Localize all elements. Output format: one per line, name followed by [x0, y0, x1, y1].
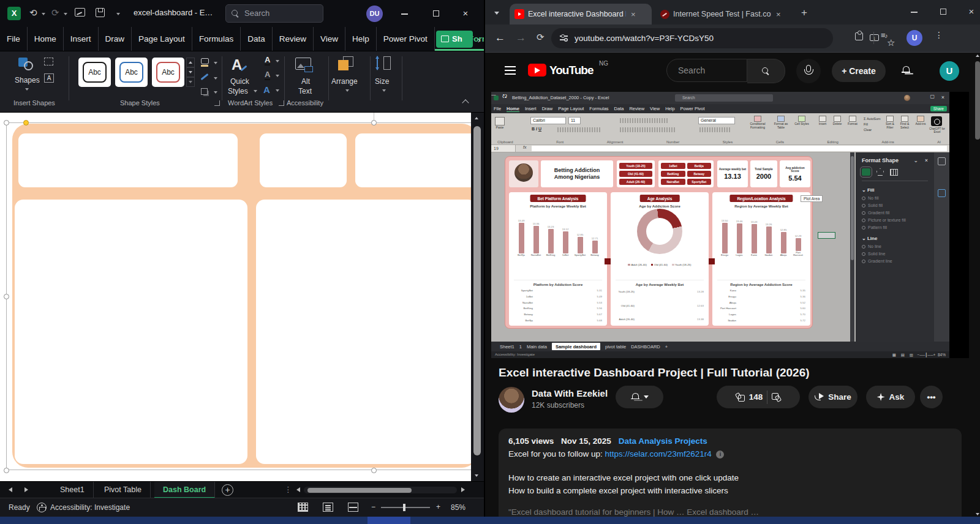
page-break-view-icon[interactable]: [348, 503, 358, 512]
collapse-ribbon-icon[interactable]: [462, 99, 469, 106]
size-button[interactable]: Size: [375, 77, 389, 86]
excel-account-avatar[interactable]: DU: [366, 6, 383, 22]
quick-styles-icon[interactable]: A: [232, 56, 242, 73]
zoom-out-button[interactable]: −: [371, 503, 375, 511]
add-sheet-button[interactable]: +: [222, 484, 233, 496]
channel-avatar[interactable]: [499, 387, 524, 413]
screenshot-icon[interactable]: [75, 8, 85, 17]
youtube-search-input[interactable]: Search: [666, 59, 747, 82]
tab-insert[interactable]: Insert: [64, 27, 99, 51]
excel-canvas[interactable]: [0, 113, 471, 481]
alt-text-icon[interactable]: [295, 58, 311, 70]
hscroll-right-icon[interactable]: [461, 487, 465, 492]
close-tab-icon[interactable]: ×: [775, 10, 782, 19]
chrome-maximize-button[interactable]: [930, 0, 957, 23]
sheet-tab-sheet1[interactable]: Sheet1: [51, 482, 94, 498]
video-description[interactable]: 6,105 views Nov 15, 2025 Data Analysis P…: [499, 429, 962, 524]
shape-style-preview-blue[interactable]: Abc: [115, 58, 148, 87]
redo-icon[interactable]: ⟳: [51, 7, 59, 18]
video-player[interactable]: 🗘 Betting_Addiction_Dataset_2000 - Copy …: [491, 92, 969, 358]
alt-text-button[interactable]: Alt: [301, 77, 310, 86]
tab-view[interactable]: View: [314, 27, 345, 51]
zoom-in-button[interactable]: +: [436, 503, 440, 511]
excel-maximize-button[interactable]: [422, 0, 450, 27]
dashboard-placeholder-box[interactable]: [256, 200, 471, 464]
sheet-tab-dash-board[interactable]: Dash Board: [154, 482, 215, 498]
excel-vertical-scrollbar[interactable]: [471, 113, 484, 481]
resize-handle[interactable]: [4, 468, 9, 473]
zoom-level[interactable]: 85%: [451, 503, 466, 512]
shape-style-preview-black[interactable]: Abc: [78, 58, 111, 87]
zoom-slider-thumb[interactable]: [403, 504, 405, 511]
chrome-tab-youtube[interactable]: Excel interactive Dashboard Pro ×: [510, 4, 652, 24]
channel-name[interactable]: Data With Ezekiel: [532, 388, 608, 399]
tab-review[interactable]: Review: [273, 27, 314, 51]
undo-caret-icon[interactable]: [42, 13, 45, 15]
guide-menu-icon[interactable]: [505, 66, 516, 75]
scrollbar-thumb[interactable]: [307, 488, 412, 493]
tab-home[interactable]: Home: [28, 27, 64, 51]
chrome-menu-icon[interactable]: ⋮: [935, 30, 943, 40]
bookmark-star-icon[interactable]: ☆: [887, 32, 895, 53]
resize-handle[interactable]: [371, 468, 377, 473]
more-actions-button[interactable]: •••: [920, 386, 943, 408]
install-app-icon[interactable]: ↓: [870, 34, 879, 41]
chrome-close-button[interactable]: ×: [958, 0, 980, 23]
excel-search-box[interactable]: Search: [225, 4, 323, 23]
sheet-nav-right-icon[interactable]: [24, 487, 28, 492]
save-icon[interactable]: [96, 8, 105, 17]
dashboard-placeholder-box[interactable]: [355, 133, 471, 187]
quick-access-caret-icon[interactable]: [116, 13, 120, 15]
share-button[interactable]: Sh: [436, 31, 473, 48]
sheet-nav-left-icon[interactable]: [9, 487, 12, 492]
quick-styles-button[interactable]: Quick: [230, 77, 249, 86]
tab-search-chevron-icon[interactable]: [490, 6, 503, 20]
excel-minimize-button[interactable]: [390, 0, 418, 27]
shape-effects-icon[interactable]: [201, 88, 208, 95]
reload-icon[interactable]: ⟳: [537, 32, 545, 43]
tab-data[interactable]: Data: [241, 27, 273, 51]
dashboard-placeholder-box[interactable]: [18, 133, 238, 187]
dislike-icon[interactable]: [772, 393, 781, 402]
followup-link[interactable]: https://selar.com/23mf2621r4: [605, 449, 712, 458]
excel-horizontal-scrollbar[interactable]: [304, 487, 457, 493]
tab-file[interactable]: File: [0, 27, 28, 51]
page-scrollbar[interactable]: [974, 53, 980, 524]
wordart-dialog-launcher-icon[interactable]: [279, 100, 284, 106]
dashboard-placeholder-box[interactable]: [260, 133, 347, 187]
text-box-icon[interactable]: A: [44, 73, 54, 83]
youtube-logo-icon[interactable]: [528, 64, 546, 77]
forward-icon[interactable]: →: [516, 32, 526, 44]
status-accessibility[interactable]: Accessibility: Investigate: [50, 503, 130, 512]
chrome-profile-avatar[interactable]: U: [907, 30, 922, 46]
size-icon[interactable]: [375, 56, 391, 71]
sheet-tab-pivot-table[interactable]: Pivot Table: [96, 482, 151, 498]
more-ribbon-button[interactable]: ›: [474, 32, 484, 48]
tab-draw[interactable]: Draw: [99, 27, 132, 51]
address-bar[interactable]: youtube.com/watch?v=P3F-YCDsY50 ↓ ☆: [551, 28, 833, 48]
like-icon[interactable]: [736, 393, 745, 402]
arrange-icon[interactable]: [338, 56, 354, 71]
share-button[interactable]: Share: [809, 386, 858, 408]
tab-formulas[interactable]: Formulas: [192, 27, 241, 51]
subscribed-bell-button[interactable]: [616, 386, 663, 408]
scrollbar-thumb[interactable]: [975, 61, 980, 140]
text-outline-icon[interactable]: A: [265, 70, 270, 80]
extensions-icon[interactable]: [855, 32, 863, 40]
voice-search-button[interactable]: [796, 59, 821, 83]
like-count[interactable]: 148: [749, 392, 763, 402]
shape-fill-icon[interactable]: [201, 58, 209, 64]
gallery-scroll[interactable]: [186, 58, 195, 87]
excel-close-button[interactable]: ×: [451, 0, 480, 27]
adjust-handle[interactable]: [23, 120, 29, 125]
shape-outline-icon[interactable]: [201, 73, 209, 80]
resize-handle[interactable]: [371, 120, 377, 125]
shape-styles-dialog-launcher-icon[interactable]: [214, 100, 220, 106]
tab-power-pivot[interactable]: Power Pivot: [377, 27, 435, 51]
undo-icon[interactable]: ⟲: [29, 7, 37, 18]
dashboard-placeholder-box[interactable]: [15, 200, 247, 464]
redo-caret-icon[interactable]: [64, 13, 67, 15]
shapes-button[interactable]: Shapes: [15, 76, 40, 84]
youtube-account-avatar[interactable]: U: [940, 61, 959, 81]
chrome-minimize-button[interactable]: [900, 0, 927, 23]
